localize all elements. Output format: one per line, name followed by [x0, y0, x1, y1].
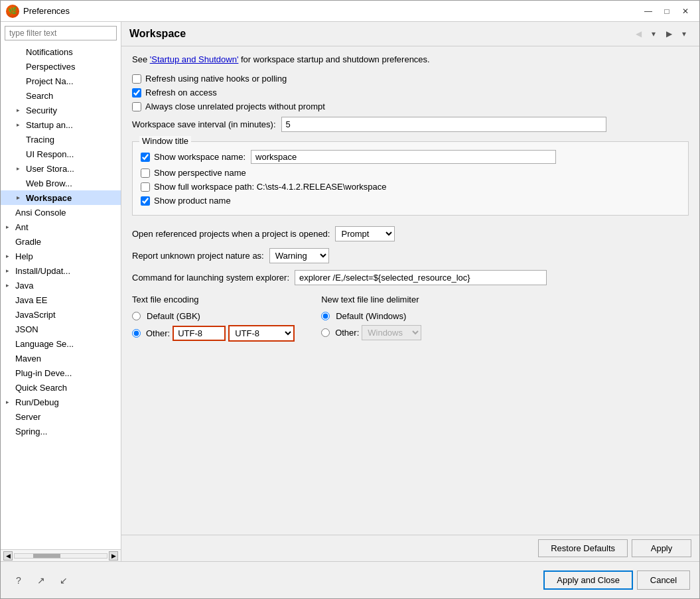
sidebar-item-java[interactable]: ▸Java: [1, 278, 121, 293]
cancel-button[interactable]: Cancel: [637, 570, 690, 590]
open-projects-select[interactable]: Prompt Always Never: [335, 226, 395, 241]
sidebar-item-label-security: Security: [26, 105, 57, 115]
nav-forward-button[interactable]: ▶: [662, 27, 676, 40]
encoding-other-row: Other: UTF-8 UTF-16 ISO-8859-1: [132, 325, 295, 342]
sidebar-item-language-servers[interactable]: Language Se...: [1, 336, 121, 351]
sidebar-item-label-gradle: Gradle: [15, 237, 41, 247]
sidebar-item-json[interactable]: JSON: [1, 322, 121, 336]
sidebar-item-perspectives[interactable]: Perspectives: [1, 59, 121, 74]
nav-forward-dropdown[interactable]: ▾: [677, 27, 691, 40]
scroll-left-button[interactable]: ◀: [3, 551, 13, 561]
refresh-native-checkbox[interactable]: [132, 74, 141, 84]
sidebar-item-web-browsers[interactable]: Web Brow...: [1, 176, 121, 190]
report-unknown-select[interactable]: Warning Error Ignore: [269, 248, 329, 263]
command-row: Command for launching system explorer:: [132, 270, 689, 285]
sidebar-item-label-install-update: Install/Updat...: [15, 266, 70, 276]
startup-shutdown-link[interactable]: 'Startup and Shutdown': [150, 54, 239, 64]
window-title: Preferences: [23, 6, 640, 16]
sidebar-item-label-plugin-dev: Plug-in Deve...: [15, 368, 72, 378]
nav-back-button[interactable]: ◀: [631, 27, 646, 40]
export-button[interactable]: ↗: [33, 573, 50, 588]
sidebar-item-javascript[interactable]: JavaScript: [1, 307, 121, 322]
show-product-name-label: Show product name: [154, 196, 231, 206]
text-encoding-title: Text file encoding: [132, 295, 295, 304]
close-button[interactable]: ✕: [677, 4, 694, 19]
sidebar-item-label-java: Java: [15, 281, 33, 291]
refresh-access-checkbox[interactable]: [132, 88, 141, 98]
sidebar-item-maven[interactable]: Maven: [1, 351, 121, 366]
encoding-section: Text file encoding Default (GBK) Other: …: [132, 295, 689, 342]
sidebar-scrollbar: ◀ ▶: [1, 549, 121, 561]
sidebar-item-notifications[interactable]: Notifications: [1, 44, 121, 59]
delimiter-default-radio[interactable]: [321, 312, 330, 320]
sidebar-item-spring[interactable]: Spring...: [1, 424, 121, 438]
filter-input[interactable]: [5, 26, 117, 40]
workspace-name-input[interactable]: [251, 150, 556, 164]
restore-defaults-button[interactable]: Restore Defaults: [538, 539, 628, 557]
sidebar-item-search[interactable]: Search: [1, 88, 121, 103]
nav-back-dropdown[interactable]: ▾: [646, 27, 661, 40]
command-input[interactable]: [295, 270, 547, 285]
sidebar-item-label-startup: Startup an...: [26, 120, 73, 130]
show-full-path-checkbox[interactable]: [141, 182, 150, 192]
apply-button[interactable]: Apply: [632, 539, 691, 557]
always-close-checkbox[interactable]: [132, 102, 141, 111]
sidebar-item-label-web-browsers: Web Brow...: [26, 178, 72, 188]
refresh-access-row: Refresh on access: [132, 88, 689, 98]
expand-arrow-help: ▸: [6, 253, 14, 259]
sidebar-item-startup[interactable]: ▸Startup an...: [1, 117, 121, 132]
help-button[interactable]: ?: [10, 573, 27, 588]
nav-arrows: ◀ ▾ ▶ ▾: [631, 27, 691, 40]
encoding-other-input[interactable]: [173, 326, 226, 341]
sidebar-item-label-ansi-console: Ansi Console: [15, 208, 66, 218]
main-checkboxes: Refresh using native hooks or pollingRef…: [132, 74, 689, 111]
preferences-window: 🌿 Preferences — □ ✕ NotificationsPerspec…: [0, 0, 700, 599]
minimize-button[interactable]: —: [640, 4, 657, 19]
scroll-right-button[interactable]: ▶: [109, 551, 118, 561]
text-encoding-group: Text file encoding Default (GBK) Other: …: [132, 295, 295, 342]
sidebar-item-security[interactable]: ▸Security: [1, 103, 121, 117]
restore-button[interactable]: □: [658, 4, 675, 19]
open-projects-row: Open referenced projects when a project …: [132, 226, 689, 241]
show-perspective-name-label: Show perspective name: [154, 168, 246, 178]
panel-title: Workspace: [129, 28, 186, 40]
encoding-default-radio[interactable]: [132, 312, 141, 320]
sidebar-item-label-server: Server: [15, 412, 40, 422]
save-interval-input[interactable]: [281, 117, 606, 132]
sidebar-item-label-language-servers: Language Se...: [15, 339, 74, 349]
sidebar-item-plugin-dev[interactable]: Plug-in Deve...: [1, 366, 121, 380]
sidebar-item-user-storage[interactable]: ▸User Stora...: [1, 161, 121, 176]
sidebar-item-label-json: JSON: [15, 324, 38, 334]
delimiter-other-select[interactable]: Windows Unix Mac: [362, 325, 421, 340]
sidebar-item-ui-responsiveness[interactable]: UI Respon...: [1, 147, 121, 161]
delimiter-other-radio[interactable]: [321, 328, 330, 337]
sidebar-item-ant[interactable]: ▸Ant: [1, 220, 121, 234]
show-product-name-checkbox[interactable]: [141, 196, 150, 206]
sidebar-item-help[interactable]: ▸Help: [1, 249, 121, 263]
window-controls: — □ ✕: [640, 4, 694, 19]
sidebar-item-label-java-ee: Java EE: [15, 295, 47, 305]
sidebar-item-label-project-natures: Project Na...: [26, 76, 74, 86]
encoding-other-radio[interactable]: [132, 329, 141, 338]
show-workspace-name-checkbox[interactable]: [141, 153, 150, 162]
encoding-default-row: Default (GBK): [132, 311, 295, 321]
sidebar-item-install-update[interactable]: ▸Install/Updat...: [1, 263, 121, 278]
sidebar-item-gradle[interactable]: Gradle: [1, 234, 121, 249]
sidebar-item-server[interactable]: Server: [1, 409, 121, 424]
delimiter-default-row: Default (Windows): [321, 311, 421, 321]
sidebar-item-quick-search[interactable]: Quick Search: [1, 380, 121, 395]
apply-and-close-button[interactable]: Apply and Close: [543, 570, 633, 590]
delimiter-other-label: Other:: [335, 328, 359, 338]
sidebar-item-project-natures[interactable]: Project Na...: [1, 74, 121, 88]
scrollbar-track[interactable]: [14, 553, 107, 559]
expand-arrow-security: ▸: [17, 107, 25, 113]
sidebar-item-java-ee[interactable]: Java EE: [1, 293, 121, 307]
sidebar-item-label-maven: Maven: [15, 354, 41, 364]
sidebar-item-workspace[interactable]: ▸Workspace: [1, 190, 121, 205]
encoding-other-select[interactable]: UTF-8 UTF-16 ISO-8859-1: [228, 325, 295, 342]
sidebar-item-ansi-console[interactable]: Ansi Console: [1, 205, 121, 220]
sidebar-item-tracing[interactable]: Tracing: [1, 132, 121, 147]
import-button[interactable]: ↙: [55, 573, 72, 588]
show-perspective-name-checkbox[interactable]: [141, 168, 150, 178]
sidebar-item-run-debug[interactable]: ▸Run/Debug: [1, 395, 121, 409]
